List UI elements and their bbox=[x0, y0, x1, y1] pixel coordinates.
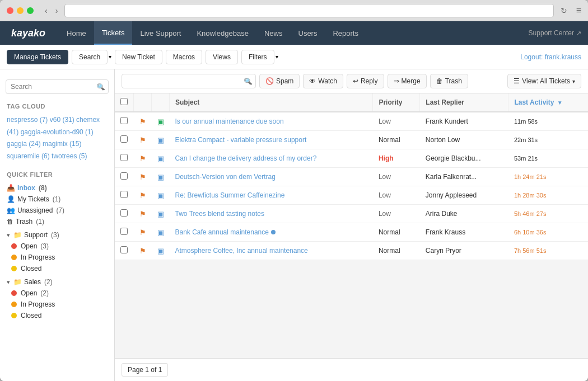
content-search-wrap: 🔍 bbox=[122, 74, 256, 88]
select-all-checkbox[interactable] bbox=[120, 98, 128, 105]
row-checkbox-cell[interactable] bbox=[115, 112, 134, 131]
filter-sales-open[interactable]: Open (2) bbox=[0, 288, 114, 299]
reply-button[interactable]: ↩ Reply bbox=[347, 74, 384, 88]
filters-button[interactable]: Filters bbox=[241, 50, 274, 64]
nav-knowledgebase[interactable]: Knowledgebase bbox=[189, 21, 256, 45]
ticket-priority: High bbox=[379, 154, 394, 162]
row-checkbox-cell[interactable] bbox=[115, 149, 134, 168]
last-replier-header[interactable]: Last Replier bbox=[420, 93, 508, 112]
tag-v60[interactable]: v60 (31) bbox=[50, 116, 74, 124]
macros-button[interactable]: Macros bbox=[166, 50, 202, 64]
row-checkbox-cell[interactable] bbox=[115, 186, 134, 205]
minimize-button[interactable] bbox=[17, 7, 24, 14]
row-checkbox[interactable] bbox=[120, 209, 128, 217]
row-checkbox[interactable] bbox=[120, 117, 128, 124]
back-button[interactable]: ‹ bbox=[43, 5, 50, 16]
select-all-header[interactable] bbox=[115, 93, 134, 112]
forward-button[interactable]: › bbox=[53, 5, 60, 16]
row-checkbox[interactable] bbox=[120, 246, 128, 253]
filter-sales-inprogress[interactable]: In Progress bbox=[0, 299, 114, 310]
ticket-last-replier: Georgie Blackbu... bbox=[426, 154, 481, 162]
last-activity-header[interactable]: Last Activity ▼ bbox=[508, 93, 588, 112]
filters-dropdown[interactable]: Filters ▾ bbox=[241, 50, 278, 64]
row-last-activity-cell: 1h 28m 30s bbox=[508, 186, 588, 205]
row-checkbox-cell[interactable] bbox=[115, 131, 134, 149]
subject-header[interactable]: Subject bbox=[170, 93, 373, 112]
filter-support-open[interactable]: Open (3) bbox=[0, 241, 114, 252]
filter-sales-closed[interactable]: Closed bbox=[0, 310, 114, 321]
search-dropdown[interactable]: Search ▾ bbox=[72, 50, 111, 64]
ticket-subject-link[interactable]: Re: Brewfictus Summer Caffeinezine bbox=[175, 191, 285, 199]
trash-icon: 🗑 bbox=[7, 218, 13, 225]
ticket-flag-icon: ⚑ bbox=[139, 228, 146, 237]
collapse-support-icon[interactable]: ▾ bbox=[7, 232, 10, 239]
tag-gaggia-evolution[interactable]: gaggia-evolution-d90 (1) bbox=[21, 128, 94, 136]
filter-support-closed[interactable]: Closed bbox=[0, 263, 114, 274]
page-info-button[interactable]: Page 1 of 1 bbox=[122, 363, 168, 377]
tag-gaggia[interactable]: gaggia (24) bbox=[7, 140, 41, 148]
ticket-last-activity: 1h 24m 21s bbox=[514, 173, 546, 180]
tag-twotrees[interactable]: twotrees (5) bbox=[52, 152, 87, 160]
row-checkbox[interactable] bbox=[120, 228, 128, 235]
spam-button[interactable]: 🚫 Spam bbox=[259, 74, 300, 88]
row-checkbox[interactable] bbox=[120, 191, 128, 198]
ticket-subject-link[interactable]: Is our annual maintenance due soon bbox=[175, 117, 284, 125]
nav-news[interactable]: News bbox=[256, 21, 291, 45]
nav-tickets[interactable]: Tickets bbox=[94, 21, 133, 45]
filter-support-inprogress[interactable]: In Progress bbox=[0, 252, 114, 263]
new-ticket-button[interactable]: New Ticket bbox=[115, 50, 162, 64]
tag-nespresso[interactable]: nespresso (7) bbox=[7, 116, 48, 124]
filters-chevron-icon[interactable]: ▾ bbox=[276, 54, 278, 60]
tag-squaremile[interactable]: squaremile (6) bbox=[7, 152, 50, 160]
nav-live-support[interactable]: Live Support bbox=[132, 21, 189, 45]
row-checkbox-cell[interactable] bbox=[115, 205, 134, 223]
tag-magimix[interactable]: magimix (15) bbox=[43, 140, 81, 148]
search-chevron-icon[interactable]: ▾ bbox=[109, 54, 111, 60]
row-checkbox[interactable] bbox=[120, 154, 128, 161]
ticket-subject-link[interactable]: Deutsch-Version von dem Vertrag bbox=[175, 173, 276, 181]
address-bar[interactable] bbox=[64, 4, 553, 17]
sidebar-search-input[interactable] bbox=[6, 79, 109, 94]
maximize-button[interactable] bbox=[27, 7, 34, 14]
row-last-replier-cell: Georgie Blackbu... bbox=[420, 149, 508, 168]
filter-sales-open-label: Open bbox=[21, 289, 37, 297]
ticket-subject-link[interactable]: Bank Cafe annual maintenance bbox=[175, 228, 269, 236]
merge-button[interactable]: ⇒ Merge bbox=[388, 74, 427, 88]
nav-users[interactable]: Users bbox=[291, 21, 325, 45]
trash-button[interactable]: 🗑 Trash bbox=[430, 74, 468, 88]
filter-sales-folder[interactable]: ▾ 📁 Sales (2) bbox=[0, 276, 114, 288]
row-checkbox[interactable] bbox=[120, 172, 128, 180]
row-checkbox[interactable] bbox=[120, 135, 128, 143]
spam-icon: 🚫 bbox=[265, 77, 274, 85]
nav-reports[interactable]: Reports bbox=[325, 21, 366, 45]
ticket-subject-link[interactable]: Elektra Compact - variable pressure supp… bbox=[175, 136, 307, 144]
row-checkbox-cell[interactable] bbox=[115, 168, 134, 186]
watch-button[interactable]: 👁 Watch bbox=[303, 74, 343, 88]
ticket-subject-link[interactable]: Atmosphere Coffee, Inc annual maintenanc… bbox=[175, 247, 308, 255]
support-center[interactable]: Support Center ↗ bbox=[529, 29, 581, 37]
search-button[interactable]: Search bbox=[72, 50, 108, 64]
close-button[interactable] bbox=[7, 7, 13, 14]
filter-my-tickets-count: (1) bbox=[53, 195, 61, 203]
ticket-search-input[interactable] bbox=[122, 74, 256, 88]
ticket-priority: Low bbox=[379, 173, 391, 181]
row-checkbox-cell[interactable] bbox=[115, 223, 134, 242]
filter-trash[interactable]: 🗑 Trash (1) bbox=[0, 216, 114, 227]
ticket-subject-link[interactable]: Two Trees blend tasting notes bbox=[175, 210, 264, 218]
my-tickets-icon: 👤 bbox=[7, 195, 15, 203]
reload-icon[interactable]: ↻ bbox=[561, 6, 567, 15]
filter-my-tickets[interactable]: 👤 My Tickets (1) bbox=[0, 194, 114, 205]
ticket-subject-link[interactable]: Can I change the delivery address of my … bbox=[175, 154, 317, 162]
view-all-tickets-button[interactable]: ☰ View: All Tickets ▾ bbox=[507, 74, 581, 88]
collapse-sales-icon[interactable]: ▾ bbox=[7, 279, 10, 286]
browser-menu-icon[interactable]: ≡ bbox=[576, 6, 581, 16]
nav-home[interactable]: Home bbox=[59, 21, 94, 45]
manage-tickets-button[interactable]: Manage Tickets bbox=[7, 50, 68, 64]
row-checkbox-cell[interactable] bbox=[115, 242, 134, 260]
filter-unassigned[interactable]: 👥 Unassigned (7) bbox=[0, 205, 114, 216]
views-button[interactable]: Views bbox=[206, 50, 238, 64]
filter-support-folder[interactable]: ▾ 📁 Support (3) bbox=[0, 229, 114, 241]
priority-header[interactable]: Priority bbox=[373, 93, 420, 112]
logout-link[interactable]: Logout: frank.krauss bbox=[520, 53, 581, 61]
filter-inbox[interactable]: 📥 Inbox (8) bbox=[0, 182, 114, 194]
